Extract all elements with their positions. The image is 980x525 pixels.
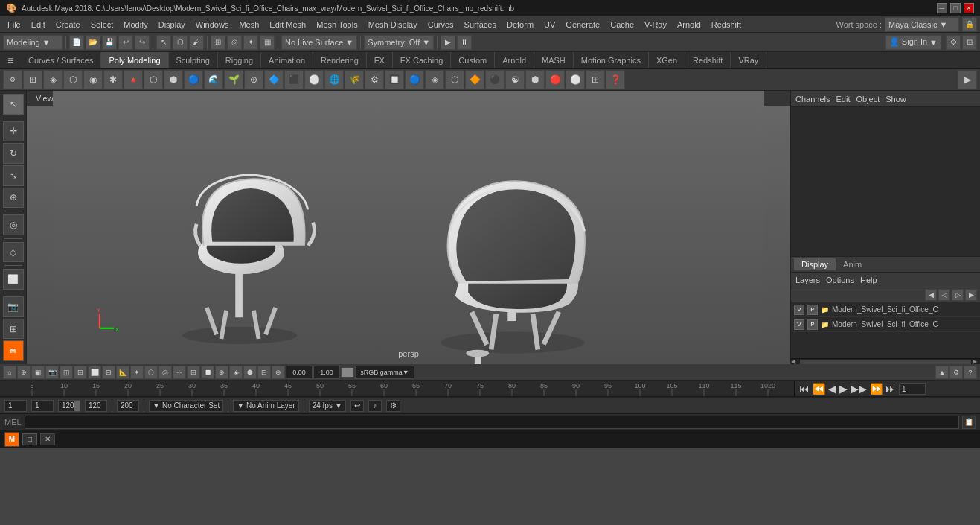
viewport[interactable]: View Shading Lighting Show Renderer Pane…	[27, 91, 790, 364]
cmdline-input[interactable]	[25, 416, 959, 429]
shelf-icon-10[interactable]: 🌊	[204, 70, 223, 89]
sb-char-set-dropdown[interactable]: ▼ No Character Set	[149, 400, 223, 412]
shelf-icon-13[interactable]: 🔷	[264, 70, 284, 89]
menu-windows[interactable]: Windows	[191, 19, 234, 31]
tab-rigging[interactable]: Rigging	[218, 52, 261, 69]
shelf-icon-9[interactable]: 🔵	[184, 70, 203, 89]
marquee-button[interactable]: ⬜	[3, 269, 24, 290]
tab-animation[interactable]: Animation	[261, 52, 313, 69]
shelf-icon-18[interactable]: ⚙	[365, 70, 384, 89]
layers-scrollbar[interactable]: ◀ ▶	[791, 358, 980, 364]
render-settings-button[interactable]: ⚙	[946, 35, 961, 50]
shelf-icon-5[interactable]: ✱	[103, 70, 123, 89]
layer-row-1[interactable]: V P 📁 Modern_Swivel_Sci_fi_Office_C	[791, 302, 980, 317]
taskbar-close-btn[interactable]: ✕	[40, 433, 55, 445]
menu-edit[interactable]: Edit	[27, 19, 50, 31]
sb-range-start[interactable]: 120	[58, 400, 80, 412]
playback-start-btn[interactable]: ⏮	[799, 383, 810, 395]
display-tab[interactable]: Display	[794, 258, 836, 270]
shelf-icon-22[interactable]: ⬡	[445, 70, 464, 89]
tab-sculpting[interactable]: Sculpting	[169, 52, 218, 69]
scroll-right-btn[interactable]: ▶	[973, 358, 980, 365]
undo-button[interactable]: ↩	[118, 35, 133, 50]
menu-redshift[interactable]: Redshift	[707, 19, 746, 31]
shelf-icon-29[interactable]: ⊞	[586, 70, 605, 89]
shelf-icon-11[interactable]: 🌱	[224, 70, 243, 89]
menu-file[interactable]: File	[3, 19, 25, 31]
play-end-btn[interactable]: ⏭	[885, 383, 896, 395]
menu-select[interactable]: Select	[86, 19, 118, 31]
vt-btn-10[interactable]: ✦	[130, 366, 144, 379]
tab-motion-graphics[interactable]: Motion Graphics	[574, 52, 649, 69]
shelf-icon-30[interactable]: ❓	[606, 70, 625, 89]
play-fwd-btn[interactable]: ⏩	[870, 383, 883, 395]
shelf-icon-28[interactable]: ⚪	[566, 70, 585, 89]
scale-tool-button[interactable]: ⤡	[3, 165, 24, 186]
vt-btn-5[interactable]: ◫	[60, 366, 73, 379]
shelf-icon-8[interactable]: ⬢	[164, 70, 183, 89]
tab-fx-caching[interactable]: FX Caching	[393, 52, 451, 69]
menu-uv[interactable]: UV	[539, 19, 560, 31]
shelf-icon-27[interactable]: 🔴	[545, 70, 565, 89]
ipr-button[interactable]: ⏸	[457, 35, 472, 50]
layer-v-btn-1[interactable]: V	[794, 305, 804, 315]
layer-p-btn-1[interactable]: P	[807, 305, 818, 315]
sb-audio-button[interactable]: ♪	[368, 400, 382, 412]
shelf-icon-7[interactable]: ⬡	[144, 70, 163, 89]
shelf-settings-icon[interactable]: ⚙	[3, 70, 22, 89]
menu-display[interactable]: Display	[154, 19, 190, 31]
move-tool-button[interactable]: ✛	[3, 121, 24, 142]
symmetry-dropdown[interactable]: Symmetry: Off ▼	[364, 35, 434, 50]
tab-curves-surfaces[interactable]: Curves / Surfaces	[21, 52, 101, 69]
layer-p-btn-2[interactable]: P	[807, 319, 818, 330]
sb-settings-button[interactable]: ⚙	[386, 400, 400, 412]
shelf-icon-24[interactable]: ⚫	[485, 70, 505, 89]
tab-redshift[interactable]: Redshift	[685, 52, 731, 69]
menu-edit-mesh[interactable]: Edit Mesh	[265, 19, 310, 31]
sign-in-button[interactable]: 👤 Sign In ▼	[885, 35, 941, 50]
menu-vray[interactable]: V-Ray	[640, 19, 671, 31]
layer-row-2[interactable]: V P 📁 Modern_Swivel_Sci_fi_Office_C	[791, 317, 980, 332]
shelf-icon-3[interactable]: ⬡	[63, 70, 83, 89]
tab-fx[interactable]: FX	[367, 52, 393, 69]
tab-arnold[interactable]: Arnold	[495, 52, 534, 69]
save-button[interactable]: 💾	[102, 35, 117, 50]
menu-generate[interactable]: Generate	[561, 19, 604, 31]
shelf-icon-21[interactable]: ◈	[425, 70, 444, 89]
close-button[interactable]: ✕	[964, 3, 974, 13]
shelf-icon-1[interactable]: ⊞	[23, 70, 42, 89]
shelf-icon-16[interactable]: 🌐	[324, 70, 344, 89]
universal-tool-button[interactable]: ⊕	[3, 188, 24, 209]
vt-btn-9[interactable]: 📐	[116, 366, 129, 379]
sb-playback-end-field[interactable]: 120	[85, 400, 107, 412]
menu-surfaces[interactable]: Surfaces	[460, 19, 501, 31]
timeline-ruler[interactable]: 5 10 15 20 25 30 35 40 45 50 55 60 65 70…	[0, 381, 794, 397]
vt-colorspace-btn[interactable]	[341, 367, 354, 378]
next-frame-btn[interactable]: ▶▶	[851, 383, 867, 395]
vt-btn-13[interactable]: ⊹	[173, 366, 186, 379]
layer-editor-button[interactable]: ⊞	[3, 319, 24, 340]
shelf-icon-15[interactable]: ⚪	[304, 70, 324, 89]
vt-btn-3[interactable]: ▣	[31, 366, 45, 379]
vt-settings-icon[interactable]: ⚙	[949, 366, 963, 379]
open-button[interactable]: 📂	[86, 35, 100, 50]
select-mode-button[interactable]: ↖	[3, 94, 24, 115]
taskbar-maya-logo[interactable]: M	[4, 432, 19, 447]
sb-frame-1[interactable]: 1	[4, 400, 27, 412]
render-preview-button[interactable]: ▶	[441, 35, 455, 50]
scroll-thumb[interactable]	[800, 360, 971, 364]
shelf-icon-19[interactable]: 🔲	[385, 70, 404, 89]
prev-frame-btn[interactable]: ◀	[828, 383, 836, 395]
layer-next2-button[interactable]: ▶	[965, 289, 977, 301]
taskbar-maya-window[interactable]: □	[22, 433, 37, 445]
tab-poly-modeling[interactable]: Poly Modeling	[101, 52, 168, 69]
select-tool-button[interactable]: ↖	[156, 35, 171, 50]
vt-value2[interactable]: 1.00	[313, 366, 340, 379]
layer-next-button[interactable]: ▷	[952, 289, 964, 301]
shelf-icon-4[interactable]: ◉	[83, 70, 103, 89]
vt-btn-17[interactable]: ◈	[229, 366, 243, 379]
rotate-tool-button[interactable]: ↻	[3, 143, 24, 164]
layers-label[interactable]: Layers	[795, 276, 820, 284]
lock-icon[interactable]: 🔒	[962, 17, 977, 32]
vt-btn-6[interactable]: ⊞	[74, 366, 87, 379]
